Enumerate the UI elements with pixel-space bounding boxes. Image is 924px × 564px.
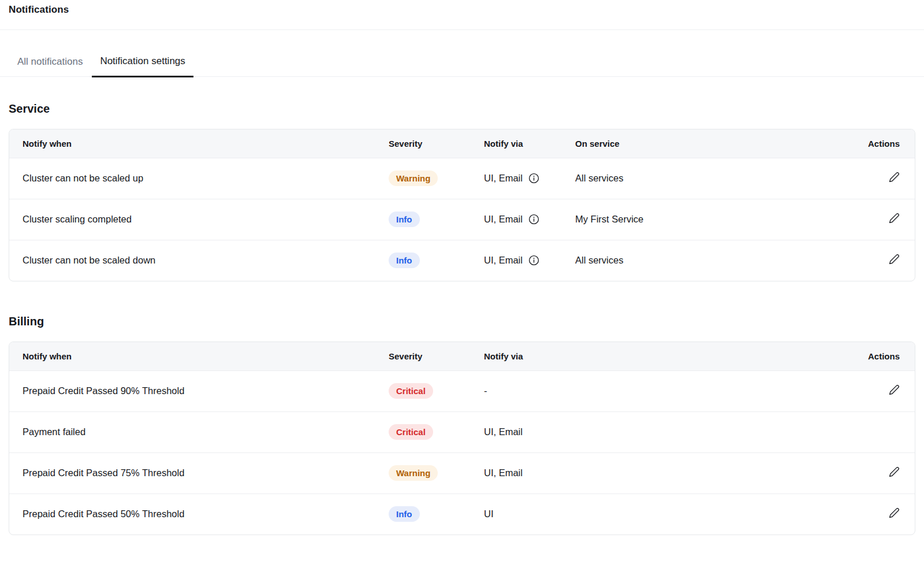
on-service-cell: My First Service [575, 199, 818, 240]
section-heading-service: Service [9, 102, 924, 116]
table-header-row: Notify when Severity Notify via Actions [9, 342, 915, 370]
severity-badge: Info [389, 253, 420, 268]
notify-when-cell: Prepaid Credit Passed 75% Threshold [9, 452, 389, 494]
notify-when-cell: Prepaid Credit Passed 90% Threshold [9, 370, 389, 411]
service-table: Notify when Severity Notify via On servi… [9, 129, 915, 281]
section-heading-billing: Billing [9, 315, 924, 328]
column-header-on-service: On service [575, 129, 818, 158]
table-row: Prepaid Credit Passed 50% Threshold Info… [9, 494, 915, 535]
table-header-row: Notify when Severity Notify via On servi… [9, 129, 915, 158]
column-header-actions: Actions [818, 129, 915, 158]
tab-bar: All notifications Notification settings [0, 55, 924, 77]
severity-badge: Critical [389, 383, 433, 399]
info-icon[interactable] [528, 255, 539, 266]
edit-button[interactable] [889, 254, 900, 265]
column-header-actions: Actions [839, 342, 915, 370]
notify-when-cell: Cluster can not be scaled down [9, 240, 389, 281]
on-service-cell: All services [575, 158, 818, 199]
table-row: Cluster scaling completed Info UI, Email… [9, 199, 915, 240]
notify-via-value: UI, Email [484, 214, 523, 225]
notify-when-cell: Payment failed [9, 411, 389, 452]
info-icon[interactable] [528, 214, 539, 225]
notify-via-value: UI, Email [484, 452, 839, 494]
notify-via-value: UI, Email [484, 411, 839, 452]
table-row: Prepaid Credit Passed 75% Threshold Warn… [9, 452, 915, 494]
column-header-notify-when: Notify when [9, 129, 389, 158]
severity-badge: Warning [389, 465, 438, 481]
severity-badge: Critical [389, 424, 433, 440]
edit-button[interactable] [889, 384, 900, 395]
table-row: Cluster can not be scaled up Warning UI,… [9, 158, 915, 199]
on-service-cell: All services [575, 240, 818, 281]
info-icon[interactable] [528, 173, 539, 184]
page-header: Notifications [0, 0, 924, 30]
severity-badge: Info [389, 506, 420, 522]
billing-table: Notify when Severity Notify via Actions … [9, 342, 915, 535]
tab-notification-settings[interactable]: Notification settings [92, 55, 193, 77]
severity-badge: Info [389, 212, 420, 227]
edit-button[interactable] [889, 213, 900, 224]
tab-all-notifications[interactable]: All notifications [17, 56, 83, 76]
notify-via-value: UI, Email [484, 255, 523, 266]
edit-button[interactable] [889, 172, 900, 183]
column-header-notify-when: Notify when [9, 342, 389, 370]
page-title: Notifications [9, 4, 915, 16]
notify-via-value: UI, Email [484, 173, 523, 184]
severity-badge: Warning [389, 170, 438, 186]
column-header-severity: Severity [389, 129, 484, 158]
column-header-notify-via: Notify via [484, 342, 839, 370]
notify-when-cell: Cluster can not be scaled up [9, 158, 389, 199]
notify-when-cell: Cluster scaling completed [9, 199, 389, 240]
column-header-severity: Severity [389, 342, 484, 370]
notify-when-cell: Prepaid Credit Passed 50% Threshold [9, 494, 389, 535]
table-row: Cluster can not be scaled down Info UI, … [9, 240, 915, 281]
notify-via-value: - [484, 370, 839, 411]
table-row: Payment failed Critical UI, Email [9, 411, 915, 452]
edit-button[interactable] [889, 466, 900, 477]
column-header-notify-via: Notify via [484, 129, 575, 158]
table-row: Prepaid Credit Passed 90% Threshold Crit… [9, 370, 915, 411]
edit-button[interactable] [889, 507, 900, 518]
notify-via-value: UI [484, 494, 839, 535]
